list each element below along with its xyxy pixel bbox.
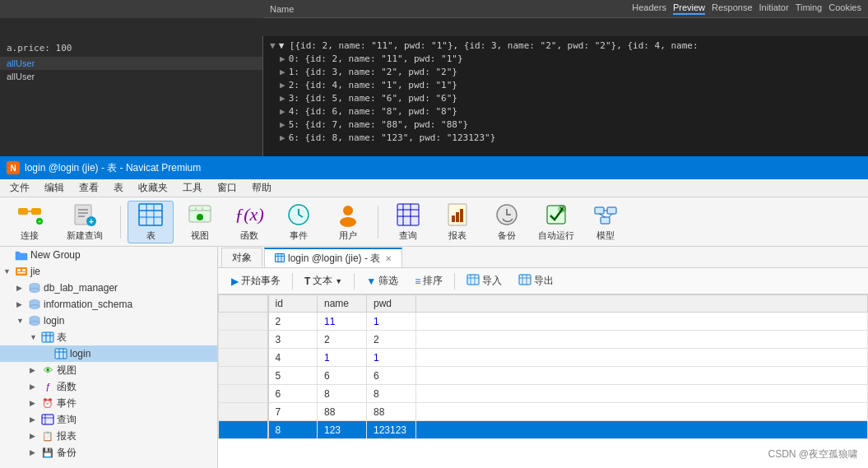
cell-pwd-6[interactable]: 88	[367, 403, 416, 421]
database-icon-3	[28, 314, 41, 327]
menu-window[interactable]: 窗口	[211, 179, 244, 197]
sidebar-item-queries[interactable]: ▶ 查询	[0, 411, 217, 428]
row-marker-5	[219, 385, 268, 403]
cell-name-4[interactable]: 6	[318, 367, 367, 385]
cell-pwd-3[interactable]: 1	[367, 349, 416, 367]
backups-label: 备份	[57, 446, 77, 460]
menu-tools[interactable]: 工具	[176, 179, 209, 197]
cell-name-2[interactable]: 2	[318, 331, 367, 349]
sidebar-item-functions[interactable]: ▶ ƒ 函数	[0, 378, 217, 395]
devtools-tab-cookies[interactable]: Cookies	[829, 2, 861, 15]
cell-id-3[interactable]: 4	[268, 349, 318, 367]
sidebar-item-jie[interactable]: ▼ jie	[0, 263, 217, 280]
menu-edit[interactable]: 编辑	[38, 179, 71, 197]
table-row[interactable]: 4 1 1	[219, 349, 868, 367]
request-item-1[interactable]: allUser	[0, 57, 262, 70]
devtools-tab-initiator[interactable]: Initiator	[759, 2, 789, 15]
cell-pwd-2[interactable]: 2	[367, 331, 416, 349]
functions-arrow: ▶	[30, 382, 41, 391]
sidebar-item-backups[interactable]: ▶ 💾 备份	[0, 444, 217, 461]
cell-id-1[interactable]: 2	[268, 313, 318, 331]
func-icon: ƒ(x)	[236, 202, 262, 228]
cell-name-5[interactable]: 8	[318, 385, 367, 403]
toolbar-query[interactable]: 查询	[385, 201, 431, 243]
menu-favorites[interactable]: 收藏夹	[132, 179, 174, 197]
sidebar-item-reports[interactable]: ▶ 📋 报表	[0, 428, 217, 444]
col-empty-header	[416, 295, 868, 313]
table-row-selected[interactable]: ▶ 8 123 123123	[219, 421, 868, 439]
tab-objects[interactable]: 对象	[221, 248, 262, 267]
devtools-tab-headers[interactable]: Headers	[632, 2, 666, 15]
sidebar-item-info-schema[interactable]: ▶ information_schema	[0, 296, 217, 313]
cell-pwd-5[interactable]: 8	[367, 385, 416, 403]
database-icon-1	[28, 281, 41, 294]
table-toolbar-sep-3	[454, 273, 455, 290]
cell-id-5[interactable]: 6	[268, 385, 318, 403]
devtools-tab-timing[interactable]: Timing	[796, 2, 823, 15]
toolbar-newquery[interactable]: + 新建查询	[56, 201, 114, 243]
toolbar-user[interactable]: 用户	[325, 201, 371, 243]
toolbar-func[interactable]: ƒ(x) 函数	[226, 201, 272, 243]
sidebar-item-newgroup[interactable]: New Group	[0, 247, 217, 263]
btn-filter[interactable]: ▼ 筛选	[360, 272, 405, 290]
toolbar-query-label: 查询	[399, 229, 417, 242]
sidebar-item-login-db[interactable]: ▼ login	[0, 313, 217, 329]
sidebar-item-tables-group[interactable]: ▼ 表	[0, 329, 217, 345]
cell-name-3[interactable]: 1	[318, 349, 367, 367]
tab-close-btn[interactable]: ✕	[385, 254, 392, 263]
model-icon	[592, 202, 619, 228]
db-lab-arrow: ▶	[16, 284, 28, 292]
cell-name-1[interactable]: 11	[318, 313, 367, 331]
btn-start-transaction[interactable]: ▶ 开始事务	[225, 272, 287, 290]
info-schema-arrow: ▶	[16, 300, 28, 308]
table-row[interactable]: 6 8 8	[219, 385, 868, 403]
cell-id-4[interactable]: 5	[268, 367, 318, 385]
cell-pwd-7[interactable]: 123123	[367, 421, 416, 439]
btn-export[interactable]: 导出	[512, 272, 560, 290]
json-line-3: ▶3: {id: 5, name: "6", pwd: "6"}	[270, 92, 861, 105]
menu-file[interactable]: 文件	[3, 179, 36, 197]
btn-text[interactable]: T 文本 ▼	[298, 272, 349, 290]
toolbar-view-label: 视图	[191, 229, 209, 242]
cell-pwd-1[interactable]: 1	[367, 313, 416, 331]
table-row[interactable]: 3 2 2	[219, 331, 868, 349]
cell-id-7[interactable]: 8	[268, 421, 318, 439]
table-toolbar-sep-1	[292, 273, 293, 290]
cell-name-6[interactable]: 88	[318, 403, 367, 421]
menu-view[interactable]: 查看	[72, 179, 105, 197]
cell-id-6[interactable]: 7	[268, 403, 318, 421]
sidebar-item-events[interactable]: ▶ ⏰ 事件	[0, 395, 217, 411]
cell-pwd-4[interactable]: 6	[367, 367, 416, 385]
btn-sort[interactable]: ≡ 排序	[408, 272, 449, 290]
devtools-name-bar: Name Headers Preview Response Initiator …	[263, 0, 868, 18]
cell-id-2[interactable]: 3	[268, 331, 318, 349]
toolbar-event[interactable]: 事件	[276, 201, 322, 243]
menu-table[interactable]: 表	[107, 179, 130, 197]
toolbar-table[interactable]: 表	[128, 201, 174, 243]
toolbar-report[interactable]: 报表	[434, 201, 480, 243]
table-row[interactable]: 7 88 88	[219, 403, 868, 421]
devtools-tab-response[interactable]: Response	[712, 2, 753, 15]
svg-rect-48	[16, 267, 27, 276]
table-row[interactable]: 5 6 6	[219, 367, 868, 385]
toolbar-auto[interactable]: 自动运行	[533, 201, 579, 243]
table-toolbar-sep-2	[354, 273, 355, 290]
devtools-tab-preview[interactable]: Preview	[673, 2, 705, 15]
table-row[interactable]: 2 11 1	[219, 313, 868, 331]
sidebar-item-views[interactable]: ▶ 👁 视图	[0, 362, 217, 378]
menu-help[interactable]: 帮助	[245, 179, 278, 197]
btn-import[interactable]: 导入	[460, 272, 508, 290]
svg-text:+: +	[89, 217, 94, 226]
toolbar-connect[interactable]: + 连接	[7, 201, 53, 243]
request-item-2[interactable]: allUser	[0, 70, 262, 83]
sidebar-item-db-lab[interactable]: ▶ db_lab_manager	[0, 280, 217, 296]
toolbar-view[interactable]: 视图	[177, 201, 223, 243]
query-icon	[395, 202, 421, 228]
start-transaction-label: 开始事务	[241, 274, 281, 288]
toolbar-backup[interactable]: 备份	[484, 201, 530, 243]
toolbar-model[interactable]: 模型	[583, 201, 629, 243]
sidebar-item-login-table[interactable]: login	[0, 345, 217, 362]
cell-name-7[interactable]: 123	[318, 421, 367, 439]
json-preview: ▼▼ [{id: 2, name: "11", pwd: "1"}, {id: …	[263, 36, 868, 156]
tab-login-table[interactable]: login @login (jie) - 表 ✕	[264, 248, 402, 267]
